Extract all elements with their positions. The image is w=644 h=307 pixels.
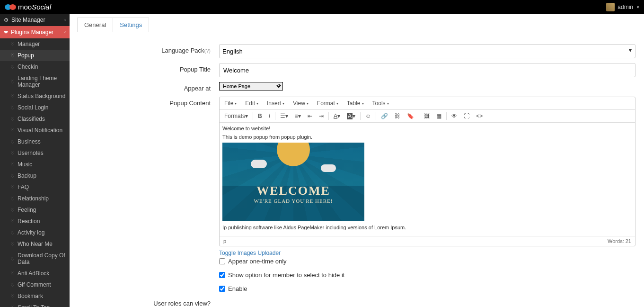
appear-once-label: Appear one-time only bbox=[228, 258, 287, 265]
sidebar-item-social-login[interactable]: ♡Social Login bbox=[0, 102, 70, 113]
bullet-list-icon[interactable]: ☰▾ bbox=[280, 113, 288, 119]
sidebar-item-label: Social Login bbox=[18, 104, 48, 111]
fullscreen-icon[interactable]: ⛶ bbox=[464, 113, 469, 119]
chevron-down-icon: ▾ bbox=[336, 101, 338, 106]
bold-icon[interactable]: B bbox=[258, 113, 262, 119]
unlink-icon[interactable]: ⛓ bbox=[395, 113, 400, 119]
indent-icon[interactable]: ⇥ bbox=[319, 113, 324, 119]
sidebar-section-site-manager[interactable]: ⚙ Site Manager ‹ bbox=[0, 14, 70, 26]
toggle-images-uploader-link[interactable]: Toggle Images Uploader bbox=[219, 250, 281, 256]
appear-at-select[interactable]: Home Page bbox=[219, 82, 283, 90]
sidebar-item-feeling[interactable]: ♡Feeling bbox=[0, 204, 70, 216]
bg-color-icon[interactable]: A▾ bbox=[347, 113, 355, 119]
enable-label: Enable bbox=[228, 285, 247, 292]
sidebar-item-reaction[interactable]: ♡Reaction bbox=[0, 216, 70, 227]
show-hide-option-checkbox[interactable] bbox=[219, 272, 225, 278]
media-icon[interactable]: ▦ bbox=[436, 113, 441, 119]
heart-icon: ♡ bbox=[10, 282, 15, 288]
sidebar-item-checkin[interactable]: ♡Checkin bbox=[0, 61, 70, 72]
gear-icon: ⚙ bbox=[4, 17, 9, 23]
editor-menu-table[interactable]: Table ▾ bbox=[347, 100, 364, 107]
sidebar-item-scroll-to-top[interactable]: ♡Scroll To Top bbox=[0, 302, 70, 307]
user-menu[interactable]: admin ▾ bbox=[606, 3, 639, 11]
sidebar-item-label: Feeling bbox=[18, 207, 36, 213]
heart-icon: ♡ bbox=[10, 162, 15, 167]
italic-icon[interactable]: I bbox=[269, 113, 270, 119]
sidebar-item-who-near-me[interactable]: ♡Who Near Me bbox=[0, 238, 70, 250]
sidebar-item-label: Visual Notification bbox=[18, 127, 62, 134]
sidebar-item-label: FAQ bbox=[18, 184, 29, 190]
sidebar-item-label: Bookmark bbox=[18, 293, 43, 299]
editor-text: This is demo popup from popup plugin. bbox=[222, 134, 632, 140]
sidebar-item-anti-adblock[interactable]: ♡Anti AdBlock bbox=[0, 268, 70, 279]
sidebar-item-bookmark[interactable]: ♡Bookmark bbox=[0, 290, 70, 302]
logo-icon bbox=[5, 4, 16, 10]
heart-icon: ♡ bbox=[10, 185, 15, 190]
sidebar-item-visual-notification[interactable]: ♡Visual Notification bbox=[0, 125, 70, 136]
sidebar-item-manager[interactable]: ♡Manager bbox=[0, 38, 70, 50]
sidebar-item-classifieds[interactable]: ♡Classifieds bbox=[0, 113, 70, 125]
popup-content-label: Popup Content bbox=[77, 97, 219, 107]
sidebar-item-faq[interactable]: ♡FAQ bbox=[0, 181, 70, 193]
menu-label: View bbox=[293, 100, 305, 107]
enable-checkbox[interactable] bbox=[219, 286, 225, 292]
tab-settings[interactable]: Settings bbox=[113, 18, 149, 32]
sidebar: ⚙ Site Manager ‹ ❤ Plugins Manager ‹ ♡Ma… bbox=[0, 14, 70, 307]
sidebar-item-label: Relationship bbox=[18, 195, 49, 202]
sidebar-item-activity-log[interactable]: ♡Activity log bbox=[0, 227, 70, 238]
language-pack-select[interactable]: English bbox=[219, 44, 635, 58]
link-icon[interactable]: 🔗 bbox=[381, 113, 388, 119]
chevron-left-icon: ‹ bbox=[64, 18, 66, 22]
sidebar-item-label: Checkin bbox=[18, 63, 38, 70]
sidebar-item-gif-comment[interactable]: ♡Gif Comment bbox=[0, 279, 70, 290]
appear-once-checkbox[interactable] bbox=[219, 258, 225, 264]
sidebar-item-label: Usernotes bbox=[18, 150, 44, 156]
text-color-icon[interactable]: A▾ bbox=[334, 113, 340, 119]
outdent-icon[interactable]: ⇤ bbox=[308, 113, 312, 119]
sidebar-item-popup[interactable]: ♡Popup bbox=[0, 50, 70, 61]
sidebar-item-status-background[interactable]: ♡Status Background bbox=[0, 90, 70, 102]
heart-icon: ♡ bbox=[10, 151, 15, 156]
sidebar-item-label: Who Near Me bbox=[18, 241, 53, 247]
heart-icon: ♡ bbox=[10, 53, 15, 58]
editor-content[interactable]: Welcome to website! This is demo popup f… bbox=[220, 123, 635, 236]
editor-menu-format[interactable]: Format ▾ bbox=[317, 100, 338, 107]
formats-dropdown[interactable]: Formats ▾ bbox=[224, 113, 248, 119]
sidebar-section-plugins-manager[interactable]: ❤ Plugins Manager ‹ bbox=[0, 26, 70, 38]
sidebar-item-music[interactable]: ♡Music bbox=[0, 159, 70, 170]
welcome-heading: WELCOME bbox=[256, 184, 330, 198]
sidebar-item-relationship[interactable]: ♡Relationship bbox=[0, 193, 70, 204]
sidebar-item-landing-theme-manager[interactable]: ♡Landing Theme Manager bbox=[0, 72, 70, 90]
menu-label: File bbox=[224, 100, 233, 107]
popup-title-label: Popup Title bbox=[77, 63, 219, 73]
sidebar-item-backup[interactable]: ♡Backup bbox=[0, 170, 70, 181]
number-list-icon[interactable]: ≡▾ bbox=[295, 113, 301, 119]
editor-menu-edit[interactable]: Edit ▾ bbox=[245, 100, 258, 107]
editor-menu-insert[interactable]: Insert ▾ bbox=[267, 100, 284, 107]
sidebar-section-label: Plugins Manager bbox=[11, 29, 53, 36]
sidebar-item-download-copy-of-data[interactable]: ♡Download Copy Of Data bbox=[0, 250, 70, 268]
sidebar-item-business[interactable]: ♡Business bbox=[0, 136, 70, 147]
image-icon[interactable]: 🖼 bbox=[424, 113, 430, 119]
cloud-graphic bbox=[251, 160, 267, 168]
heart-icon: ♡ bbox=[10, 64, 15, 70]
show-hide-option-label: Show option for member to select to hide… bbox=[228, 271, 344, 279]
brand-logo[interactable]: mooSocial bbox=[5, 3, 51, 11]
bookmark-icon[interactable]: 🔖 bbox=[407, 113, 414, 119]
editor-menu-view[interactable]: View ▾ bbox=[293, 100, 309, 107]
popup-title-input[interactable] bbox=[219, 63, 635, 77]
heart-icon: ♡ bbox=[10, 139, 15, 144]
emoji-icon[interactable]: ☺ bbox=[365, 113, 371, 119]
menu-label: Table bbox=[347, 100, 361, 107]
editor-menu-file[interactable]: File ▾ bbox=[224, 100, 237, 107]
editor-menu-tools[interactable]: Tools ▾ bbox=[372, 100, 389, 107]
sidebar-item-usernotes[interactable]: ♡Usernotes bbox=[0, 147, 70, 159]
chevron-down-icon: ▾ bbox=[307, 101, 309, 106]
heart-icon: ♡ bbox=[10, 230, 15, 235]
code-icon[interactable]: <> bbox=[476, 113, 483, 119]
editor-menubar: File ▾Edit ▾Insert ▾View ▾Format ▾Table … bbox=[220, 97, 635, 110]
tab-general[interactable]: General bbox=[78, 18, 113, 32]
preview-icon[interactable]: 👁 bbox=[451, 113, 457, 119]
sidebar-section-label: Site Manager bbox=[11, 17, 45, 23]
editor-text: Ip publishing software like Aldus PageMa… bbox=[222, 225, 632, 230]
